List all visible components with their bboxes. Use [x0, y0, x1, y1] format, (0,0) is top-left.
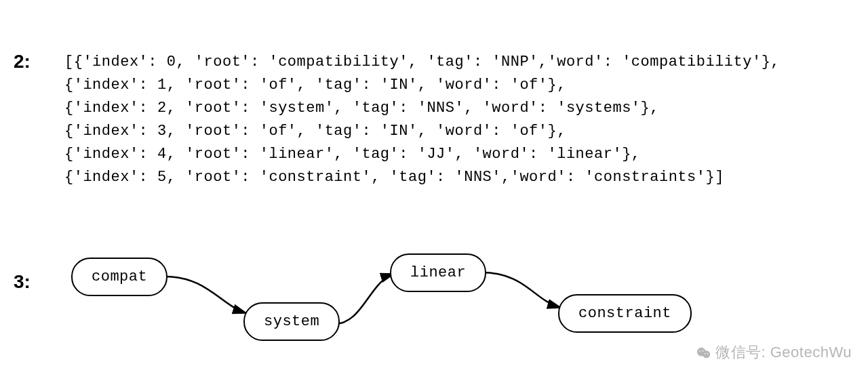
node-linear: linear [390, 253, 486, 292]
code-line: [{'index': 0, 'root': 'compatibility', '… [64, 51, 780, 74]
code-line: {'index': 3, 'root': 'of', 'tag': 'IN', … [64, 120, 780, 143]
svg-point-4 [705, 353, 706, 354]
watermark-text: 微信号: GeotechWu [715, 344, 852, 361]
edge-compat-system [165, 277, 246, 313]
svg-point-5 [707, 353, 709, 354]
code-line: {'index': 5, 'root': 'constraint', 'tag'… [64, 166, 780, 189]
node-system: system [243, 302, 340, 341]
section-3-label: 3: [14, 271, 31, 293]
svg-point-2 [699, 350, 701, 352]
node-constraint: constraint [558, 294, 692, 333]
token-list-code: [{'index': 0, 'root': 'compatibility', '… [64, 51, 780, 190]
watermark: 微信号: GeotechWu [696, 342, 852, 363]
section-2-label: 2: [14, 51, 31, 73]
svg-point-1 [703, 351, 710, 359]
edge-system-linear [334, 274, 394, 324]
svg-point-3 [703, 350, 704, 352]
edge-linear-constraint [481, 272, 561, 308]
code-line: {'index': 2, 'root': 'system', 'tag': 'N… [64, 97, 780, 120]
code-line: {'index': 4, 'root': 'linear', 'tag': 'J… [64, 143, 780, 166]
code-line: {'index': 1, 'root': 'of', 'tag': 'IN', … [64, 74, 780, 97]
node-compat: compat [71, 258, 167, 296]
wechat-icon [696, 346, 711, 361]
